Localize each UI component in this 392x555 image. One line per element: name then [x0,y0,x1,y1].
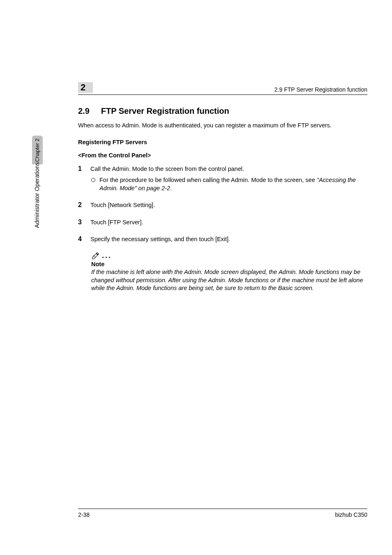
section-number: 2.9 [78,106,90,116]
step-3: 3 Touch [FTP Server]. [78,219,367,227]
step-text: Touch [FTP Server]. [90,219,367,227]
step-2: 2 Touch [Network Setting]. [78,201,367,210]
chapter-number-box: 2 [78,82,93,93]
step-1-subitem: For the procedure to be followed when ca… [91,176,367,192]
subheading-control-panel: <From the Control Panel> [78,152,367,159]
subitem-suffix: . [170,185,172,191]
section-title-text: FTP Server Registration function [101,106,229,116]
subitem-text: For the procedure to be followed when ca… [99,176,367,192]
section-heading: 2.9 FTP Server Registration function [78,106,367,116]
page-footer: 2-38 bizhub C350 [78,509,367,518]
note-label: Note [91,261,367,267]
note-text: If the machine is left alone with the Ad… [91,268,367,292]
step-1: 1 Call the Admin. Mode to the screen fro… [78,165,367,173]
note-block: ... Note If the machine is left alone wi… [91,251,367,292]
step-text: Call the Admin. Mode to the screen from … [90,165,367,173]
step-text: Touch [Network Setting]. [90,201,367,210]
header-section-ref: 2.9 FTP Server Registration function [274,86,367,93]
step-number: 3 [78,219,84,226]
subitem-prefix: For the procedure to be followed when ca… [99,177,317,183]
intro-paragraph: When access to Admin. Mode is authentica… [78,122,367,130]
subheading-registering: Registering FTP Servers [78,139,367,145]
step-text: Specify the necessary settings, and then… [90,235,367,244]
footer-product-name: bizhub C350 [335,511,367,518]
chapter-tab-label: Chapter 2 [35,138,41,161]
bullet-icon [91,178,95,182]
step-number: 2 [78,201,84,209]
side-vertical-label: Administrator Operations [34,162,40,228]
chapter-number: 2 [81,82,85,93]
page-header: 2 2.9 FTP Server Registration function [78,82,367,95]
step-number: 4 [78,235,84,243]
step-4: 4 Specify the necessary settings, and th… [78,235,367,244]
chapter-tab: Chapter 2 [32,136,43,164]
note-icon-row: ... [91,251,367,260]
pencil-icon [91,251,100,260]
footer-page-number: 2-38 [78,511,90,518]
note-dots: ... [102,252,112,260]
page: Chapter 2 Administrator Operations 2 2.9… [0,0,392,555]
step-number: 1 [78,165,84,173]
